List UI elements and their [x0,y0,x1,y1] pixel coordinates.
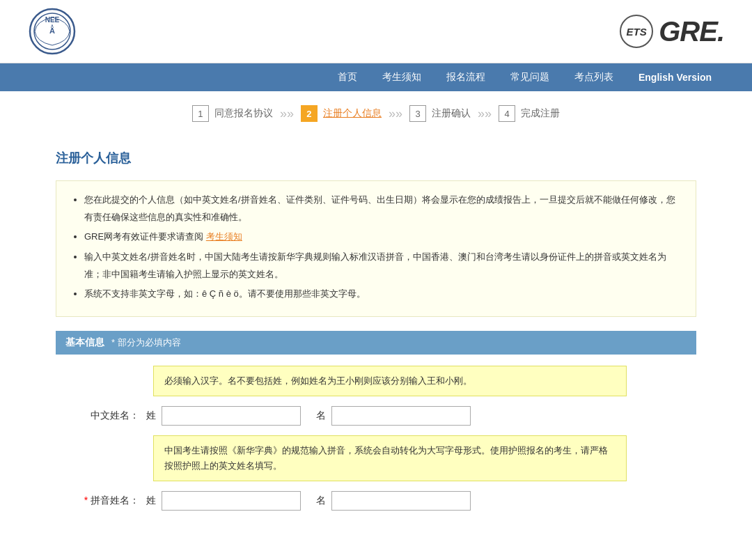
info-bullet-4: 系统不支持非英文字母，如：ê Ç ñ è ö。请不要使用那些非英文字母。 [84,286,682,303]
nav-process[interactable]: 报名流程 [434,63,498,91]
step-arrow-2: »» [389,107,402,121]
pinyin-first-name-group: 名 [316,491,471,511]
step-2: 2 注册个人信息 [301,105,382,122]
page-title: 注册个人信息 [56,150,696,166]
chinese-last-label: 姓 [146,410,156,422]
info-bullet-1: 您在此提交的个人信息（如中英文姓名/拼音姓名、证件类别、证件号码、出生日期）将会… [84,192,682,226]
chinese-name-row: 中文姓名： 姓 名 [56,406,696,426]
pinyin-first-label: 名 [316,495,326,507]
hint-box-pinyin-name: 中国考生请按照《新华字典》的规范输入拼音，系统会自动转化为大写字母形式。使用护照… [153,435,627,481]
step-3: 3 注册确认 [409,105,471,122]
nav-faq[interactable]: 常见问题 [498,63,562,91]
steps-progress: 1 同意报名协议 »» 2 注册个人信息 »» 3 注册确认 »» 4 完成注册 [0,91,752,136]
page-header: ∧ NEE A ETS GRE. [0,0,752,63]
nav-notice[interactable]: 考生须知 [370,63,434,91]
info-bullet-2: GRE网考有效证件要求请查阅 考生须知 [84,228,682,246]
chinese-last-name-group: 姓 [146,406,301,426]
step-3-label: 注册确认 [432,107,471,120]
pinyin-last-name-input[interactable] [162,491,301,511]
neea-logo: ∧ NEE A [28,7,77,56]
nav-english[interactable]: English Version [626,63,724,91]
hint-box-chinese-name: 必须输入汉字。名不要包括姓，例如姓名为王小刚则应该分别输入王和小刚。 [153,366,627,396]
step-arrow-3: »» [478,107,492,121]
section-sub-label: * 部分为必填内容 [111,336,181,349]
chinese-first-name-group: 名 [316,406,471,426]
chinese-name-label: 中文姓名： [56,410,139,422]
ets-gre-logo-area: ETS GRE. [620,15,724,48]
step-4-number: 4 [499,105,515,122]
info-box: 您在此提交的个人信息（如中英文姓名/拼音姓名、证件类别、证件号码、出生日期）将会… [56,180,696,317]
step-arrow-1: »» [280,107,294,121]
pinyin-last-label: 姓 [146,495,156,507]
chinese-last-name-input[interactable] [162,406,301,426]
gre-logo: GRE. [659,16,724,47]
section-title: 基本信息 [65,336,104,349]
step-1-number: 1 [192,105,209,122]
step-1: 1 同意报名协议 [192,105,273,122]
ets-logo: ETS [620,15,653,48]
svg-text:A: A [49,26,55,35]
main-nav: 首页 考生须知 报名流程 常见问题 考点列表 English Version [0,63,752,91]
pinyin-first-name-input[interactable] [331,491,471,511]
nav-home[interactable]: 首页 [325,63,370,91]
pinyin-name-row: 拼音姓名： 姓 名 [56,491,696,511]
chinese-first-name-input[interactable] [331,406,471,426]
step-4: 4 完成注册 [499,105,560,122]
step-1-label: 同意报名协议 [214,107,273,120]
section-header-basic-info: 基本信息 * 部分为必填内容 [56,331,696,355]
step-4-label: 完成注册 [521,107,560,120]
notice-link[interactable]: 考生须知 [206,231,242,242]
pinyin-name-label: 拼音姓名： [56,495,139,507]
pinyin-last-name-group: 姓 [146,491,301,511]
step-2-number: 2 [301,105,318,122]
step-3-number: 3 [409,105,426,122]
nav-locations[interactable]: 考点列表 [562,63,626,91]
neea-logo-area: ∧ NEE A [28,7,77,56]
main-content: 注册个人信息 您在此提交的个人信息（如中英文姓名/拼音姓名、证件类别、证件号码、… [0,136,752,534]
info-bullet-3: 输入中英文姓名/拼音姓名时，中国大陆考生请按新华字典规则输入标准汉语拼音，中国香… [84,249,682,283]
chinese-first-label: 名 [316,410,326,422]
step-2-label: 注册个人信息 [323,107,382,120]
